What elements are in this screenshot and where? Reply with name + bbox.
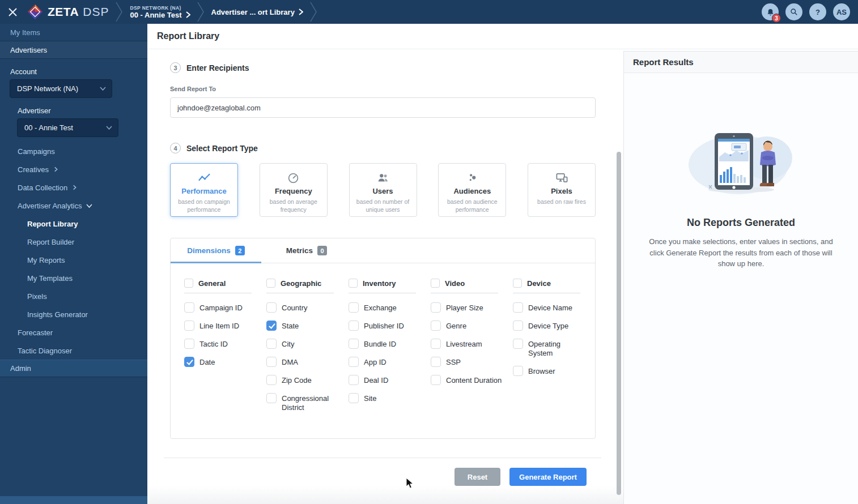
dimension-group-header[interactable]: Device <box>513 279 595 288</box>
dimension-option-operating-system[interactable]: Operating System <box>513 339 595 358</box>
close-icon[interactable] <box>8 7 18 17</box>
dimension-option-deal-id[interactable]: Deal ID <box>349 375 431 386</box>
reset-button[interactable]: Reset <box>455 468 500 486</box>
sidebar-item-creatives[interactable]: Creatives <box>0 160 147 178</box>
dimension-option-publisher-id[interactable]: Publisher ID <box>349 321 431 331</box>
checkbox[interactable] <box>349 321 359 331</box>
report-type-card-users[interactable]: Usersbased on number of unique users <box>349 163 417 217</box>
breadcrumb-page[interactable]: Advertiser ... ort Library <box>211 8 303 16</box>
dimension-option-livestream[interactable]: Livestream <box>431 339 513 349</box>
dimension-group-header[interactable]: Video <box>431 279 513 288</box>
checkbox[interactable] <box>266 339 277 349</box>
sidebar-item-my-items[interactable]: My Items <box>0 24 147 41</box>
dimension-option-device-name[interactable]: Device Name <box>513 302 595 313</box>
dimension-option-device-type[interactable]: Device Type <box>513 321 595 331</box>
dimension-group-header[interactable]: General <box>184 279 266 288</box>
dimension-option-city[interactable]: City <box>266 339 349 349</box>
avatar[interactable]: AS <box>833 3 850 20</box>
dimension-option-date[interactable]: Date <box>184 357 266 368</box>
sidebar-item-report-builder[interactable]: Report Builder <box>0 233 147 251</box>
checkbox[interactable] <box>184 339 194 349</box>
checkbox[interactable] <box>513 302 523 313</box>
report-type-card-frequency[interactable]: Frequencybased on average frequency <box>260 163 328 217</box>
breadcrumb-account[interactable]: DSP NETWORK (NA) 00 - Annie Test <box>130 5 190 19</box>
checkbox[interactable] <box>513 339 523 349</box>
sidebar-item-forecaster[interactable]: Forecaster <box>0 323 147 341</box>
group-checkbox[interactable] <box>431 279 440 288</box>
dimension-option-ssp[interactable]: SSP <box>431 357 513 368</box>
checkbox[interactable] <box>349 357 359 367</box>
dimension-option-country[interactable]: Country <box>266 302 349 313</box>
report-type-card-audiences[interactable]: Audiencesbased on audience performance <box>438 163 506 217</box>
dimension-option-dma[interactable]: DMA <box>266 357 349 368</box>
dimension-option-content-duration[interactable]: Content Duration <box>431 375 513 386</box>
sidebar-item-advertiser-analytics[interactable]: Advertiser Analytics <box>0 197 147 215</box>
dimension-option-bundle-id[interactable]: Bundle ID <box>349 339 431 349</box>
search-button[interactable] <box>785 3 802 20</box>
group-checkbox[interactable] <box>513 279 522 288</box>
report-type-card-pixels[interactable]: Pixelsbased on raw fires <box>528 163 596 217</box>
checkbox[interactable] <box>266 357 277 367</box>
scrollbar-thumb[interactable] <box>617 152 621 495</box>
checkbox[interactable] <box>431 357 441 367</box>
checkbox[interactable] <box>349 339 359 349</box>
dimension-option-site[interactable]: Site <box>349 393 431 404</box>
checkbox[interactable] <box>431 302 441 313</box>
dimension-option-line-item-id[interactable]: Line Item ID <box>184 321 266 331</box>
group-checkbox[interactable] <box>349 279 358 288</box>
account-select[interactable]: DSP Network (NA) <box>10 79 112 98</box>
generate-report-button[interactable]: Generate Report <box>509 468 587 486</box>
dimension-group-header[interactable]: Geographic <box>266 279 349 288</box>
checkbox[interactable] <box>349 302 359 313</box>
checkbox[interactable] <box>349 375 359 385</box>
recipients-input[interactable] <box>170 97 596 118</box>
checkbox[interactable] <box>184 321 194 331</box>
checkbox[interactable] <box>431 375 441 385</box>
group-checkbox[interactable] <box>266 279 275 288</box>
dimension-option-player-size[interactable]: Player Size <box>431 302 513 313</box>
checkbox[interactable] <box>184 302 194 313</box>
checkbox[interactable] <box>513 366 523 376</box>
brand-zeta-text: ZETA <box>48 5 79 19</box>
sidebar-item-pixels[interactable]: Pixels <box>0 287 147 305</box>
sidebar-item-data-collection[interactable]: Data Collection <box>0 178 147 197</box>
dimension-option-app-id[interactable]: App ID <box>349 357 431 368</box>
notifications-button[interactable]: 3 <box>762 3 779 20</box>
sidebar-item-insights-generator[interactable]: Insights Generator <box>0 305 147 323</box>
group-checkbox[interactable] <box>184 279 193 288</box>
checkbox-checked[interactable] <box>184 357 194 367</box>
vertical-scrollbar[interactable] <box>616 24 622 504</box>
dimension-option-tactic-id[interactable]: Tactic ID <box>184 339 266 349</box>
brand-logo[interactable]: ZETA DSP <box>27 3 109 20</box>
sidebar-item-tactic-diagnoser[interactable]: Tactic Diagnoser <box>0 341 147 360</box>
dimension-option-congressional-district[interactable]: Congressional District <box>266 393 349 413</box>
dimension-option-genre[interactable]: Genre <box>431 321 513 331</box>
checkbox[interactable] <box>349 393 359 403</box>
dimension-option-state[interactable]: State <box>266 321 349 331</box>
sidebar-item-advertisers[interactable]: Advertisers <box>0 41 147 59</box>
help-button[interactable]: ? <box>809 3 826 20</box>
dimension-option-zip-code[interactable]: Zip Code <box>266 375 349 386</box>
dimension-option-browser[interactable]: Browser <box>513 366 595 377</box>
checkbox-checked[interactable] <box>266 321 277 331</box>
tab-metrics[interactable]: Metrics0 <box>261 238 352 263</box>
sidebar-item-my-reports[interactable]: My Reports <box>0 251 147 269</box>
sidebar-item-admin[interactable]: Admin <box>0 360 147 377</box>
dimension-group-header[interactable]: Inventory <box>349 279 431 288</box>
sidebar-item-campaigns[interactable]: Campaigns <box>0 142 147 160</box>
dimension-option-campaign-id[interactable]: Campaign ID <box>184 302 266 313</box>
checkbox[interactable] <box>266 302 277 313</box>
dimension-option-exchange[interactable]: Exchange <box>349 302 431 313</box>
checkbox[interactable] <box>513 321 523 331</box>
report-type-card-performance[interactable]: Performancebased on campaign performance <box>170 163 238 217</box>
checkbox-label: City <box>282 339 294 349</box>
sidebar-item-my-templates[interactable]: My Templates <box>0 269 147 287</box>
checkbox[interactable] <box>266 375 277 385</box>
step-number-badge: 4 <box>170 143 181 153</box>
advertiser-select[interactable]: 00 - Annie Test <box>17 118 118 137</box>
tab-dimensions[interactable]: Dimensions2 <box>171 238 261 263</box>
checkbox[interactable] <box>266 393 277 403</box>
sidebar-item-report-library[interactable]: Report Library <box>0 215 147 233</box>
checkbox[interactable] <box>431 321 441 331</box>
checkbox[interactable] <box>431 339 441 349</box>
